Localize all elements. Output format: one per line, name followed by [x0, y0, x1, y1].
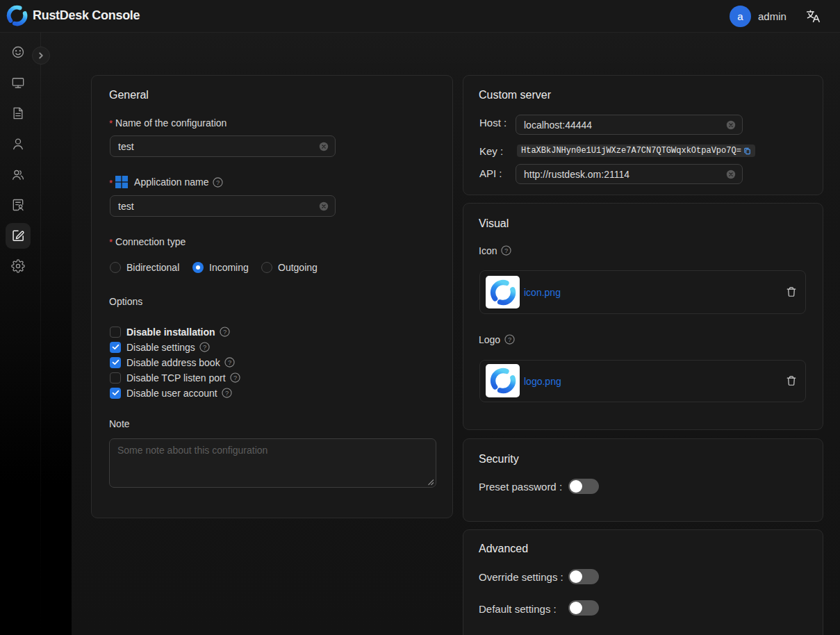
svg-text:?: ? [504, 247, 508, 254]
svg-text:?: ? [203, 344, 206, 351]
svg-text:?: ? [216, 179, 220, 185]
svg-text:?: ? [228, 359, 231, 366]
svg-text:?: ? [233, 374, 237, 381]
svg-text:?: ? [222, 329, 226, 336]
svg-text:?: ? [225, 390, 229, 397]
svg-text:?: ? [508, 336, 511, 343]
